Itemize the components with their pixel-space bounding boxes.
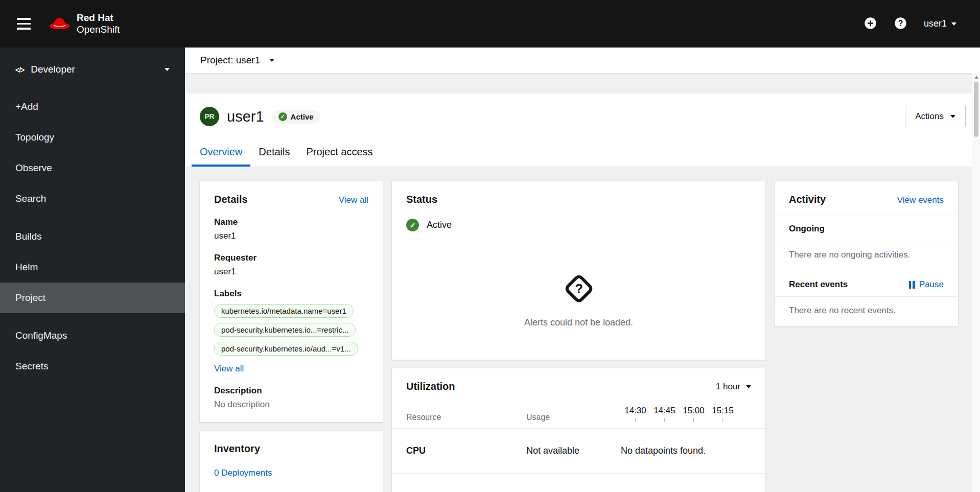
description-value: No description	[214, 400, 368, 410]
tab-overview[interactable]: Overview	[192, 139, 250, 167]
view-events-link[interactable]: View events	[897, 195, 944, 205]
labels-view-all-link[interactable]: View all	[214, 364, 244, 374]
svg-text:?: ?	[898, 19, 903, 28]
labels-label: Labels	[214, 289, 368, 299]
activity-card: Activity View events Ongoing There are n…	[775, 181, 958, 326]
activity-card-title: Activity	[789, 194, 826, 205]
inventory-card-title: Inventory	[214, 443, 260, 454]
svg-text:?: ?	[575, 282, 583, 296]
utilization-time-axis: 14:30 14:45 15:00 15:15	[621, 406, 751, 422]
ongoing-section-header: Ongoing	[775, 215, 958, 241]
usage-column-header: Usage	[526, 413, 621, 422]
sidebar-item-add[interactable]: +Add	[0, 91, 185, 122]
label-pill: kubernetes.io/metadata.name=user1	[214, 304, 354, 318]
sidebar-item-label: Project	[15, 292, 45, 303]
chevron-down-icon	[269, 59, 274, 62]
scrollbar[interactable]	[972, 73, 980, 492]
nav-toggle-button[interactable]	[17, 18, 31, 30]
user-menu-button[interactable]: user1	[924, 18, 956, 29]
resource-column-header: Resource	[406, 413, 526, 422]
resource-name: CPU	[406, 446, 526, 456]
name-label: Name	[214, 217, 368, 227]
name-value: user1	[214, 231, 368, 241]
sidebar-item-label: ConfigMaps	[15, 330, 67, 341]
ongoing-heading: Ongoing	[789, 224, 825, 234]
plus-circle-icon	[864, 16, 877, 32]
sidebar-item-label: +Add	[15, 101, 38, 112]
chevron-down-icon	[165, 68, 170, 71]
project-resource-badge: PR	[200, 107, 219, 126]
perspective-switcher[interactable]: Developer	[0, 53, 185, 86]
time-tick-label: 15:00	[679, 406, 708, 422]
chevron-down-icon	[746, 385, 751, 388]
pause-icon	[909, 281, 915, 289]
requester-label: Requester	[214, 253, 368, 263]
check-circle-icon	[278, 112, 287, 121]
actions-dropdown-button[interactable]: Actions	[905, 106, 966, 127]
alerts-empty-message: Alerts could not be loaded.	[524, 317, 633, 328]
page-title: user1	[227, 108, 264, 125]
sidebar-item-secrets[interactable]: Secrets	[0, 351, 185, 382]
status-card: Status Active ?	[392, 181, 765, 360]
sidebar-item-builds[interactable]: Builds	[0, 221, 185, 252]
question-circle-icon: ?	[894, 16, 907, 32]
deployments-link[interactable]: 0 Deployments	[214, 468, 272, 478]
main-content: Project: user1 PR user1 Active Actions O…	[185, 48, 980, 492]
utilization-card: Utilization 1 hour Resource Usage 14:30 …	[392, 368, 765, 492]
recent-events-heading: Recent events	[789, 279, 848, 290]
details-card: Details View all Name user1 Requester us…	[200, 181, 383, 422]
time-tick-label: 15:15	[708, 406, 737, 422]
inventory-card: Inventory 0 Deployments	[200, 431, 383, 492]
time-tick-label: 14:30	[621, 406, 650, 422]
details-card-title: Details	[214, 194, 248, 205]
masthead: Red Hat OpenShift ? user1	[0, 0, 980, 48]
label-pill: pod-security.kubernetes.io...=restric...	[214, 323, 356, 337]
sidebar-item-configmaps[interactable]: ConfigMaps	[0, 320, 185, 351]
requester-value: user1	[214, 267, 368, 277]
pause-events-button[interactable]: Pause	[909, 279, 944, 290]
time-axis-tick	[635, 418, 636, 422]
tab-details[interactable]: Details	[250, 139, 298, 167]
brand-line2: OpenShift	[77, 24, 120, 35]
duration-select-value: 1 hour	[716, 382, 740, 392]
labels-list: kubernetes.io/metadata.name=user1 pod-se…	[214, 304, 368, 356]
sidebar-group-1: +Add Topology Observe Search	[0, 91, 185, 214]
sidebar-item-search[interactable]: Search	[0, 183, 185, 214]
scrollbar-thumb[interactable]	[974, 82, 978, 137]
sidebar-item-label: Builds	[15, 231, 42, 242]
status-value: Active	[427, 220, 452, 230]
sidebar-item-helm[interactable]: Helm	[0, 252, 185, 283]
sidebar-item-label: Helm	[15, 262, 38, 273]
project-selector-label: Project: user1	[200, 55, 260, 66]
sidebar-nav: Developer +Add Topology Observe Search B…	[0, 48, 185, 492]
add-quick-create-button[interactable]	[864, 16, 877, 32]
time-axis-tick	[722, 418, 723, 422]
utilization-row-cpu: CPU Not available No datapoints found.	[392, 428, 765, 473]
sidebar-item-label: Secrets	[15, 361, 48, 372]
alerts-empty-state: ? Alerts could not be loaded.	[392, 245, 765, 360]
scrollbar-up-arrow[interactable]	[974, 76, 978, 79]
details-view-all-link[interactable]: View all	[339, 195, 368, 205]
sidebar-item-label: Topology	[15, 132, 54, 143]
tab-bar: Overview Details Project access	[185, 139, 980, 167]
sidebar-item-project[interactable]: Project	[0, 283, 185, 313]
status-card-title: Status	[406, 194, 437, 205]
recent-events-section-header: Recent events Pause	[775, 271, 958, 297]
help-menu-button[interactable]: ?	[894, 16, 907, 32]
sidebar-group-3: ConfigMaps Secrets	[0, 320, 185, 382]
project-selector[interactable]: Project: user1	[185, 48, 980, 73]
time-axis-tick	[664, 418, 665, 422]
sidebar-item-topology[interactable]: Topology	[0, 122, 185, 153]
brand-logo: Red Hat OpenShift	[49, 12, 120, 35]
duration-select[interactable]: 1 hour	[716, 382, 751, 392]
sidebar-item-observe[interactable]: Observe	[0, 153, 185, 183]
utilization-row-memory: Memory Not available No datapoints found…	[392, 473, 765, 492]
utilization-card-title: Utilization	[406, 381, 455, 392]
actions-button-label: Actions	[915, 111, 944, 122]
page-header: PR user1 Active Actions Overview Details…	[185, 93, 980, 167]
ongoing-empty-message: There are no ongoing activities.	[775, 241, 958, 271]
pause-button-label: Pause	[919, 279, 944, 290]
resource-usage: Not available	[526, 446, 621, 456]
status-badge: Active	[272, 110, 320, 124]
tab-project-access[interactable]: Project access	[298, 139, 381, 167]
